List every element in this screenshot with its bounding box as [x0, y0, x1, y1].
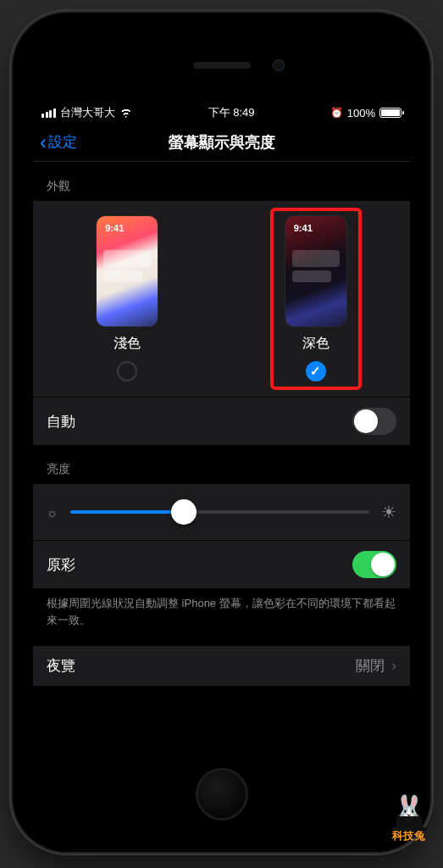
phone-bezel: 台灣大哥大 下午 8:49 ⏰ 100% ‹ 設定 螢幕顯示與 — [28, 28, 415, 837]
dark-radio[interactable]: ✓ — [306, 361, 326, 381]
dark-preview: 9:41 — [285, 216, 346, 326]
front-camera — [273, 59, 285, 71]
brightness-row: ☼ ☀ — [33, 484, 410, 540]
preview-time: 9:41 — [285, 216, 346, 233]
preview-widget — [103, 250, 151, 267]
sun-high-icon: ☀ — [381, 502, 396, 522]
appearance-selector: 9:41 淺色 9:41 — [33, 201, 410, 397]
dark-label: 深色 — [302, 335, 329, 353]
light-preview: 9:41 — [97, 216, 158, 326]
navigation-bar: ‹ 設定 螢幕顯示與亮度 — [33, 123, 410, 162]
preview-widget — [292, 250, 340, 267]
hat-icon — [396, 816, 422, 828]
watermark: 🐰 科技兔 — [392, 796, 425, 843]
phone-frame: 台灣大哥大 下午 8:49 ⏰ 100% ‹ 設定 螢幕顯示與 — [13, 13, 430, 852]
home-button-area — [28, 752, 415, 837]
battery-percentage: 100% — [347, 107, 375, 120]
page-title: 螢幕顯示與亮度 — [169, 132, 275, 153]
appearance-option-dark[interactable]: 9:41 深色 ✓ — [285, 216, 346, 381]
light-radio[interactable] — [117, 361, 137, 381]
status-bar: 台灣大哥大 下午 8:49 ⏰ 100% — [33, 103, 410, 123]
battery-icon — [379, 108, 401, 118]
true-tone-label: 原彩 — [47, 555, 75, 575]
back-button[interactable]: ‹ 設定 — [40, 132, 77, 153]
wifi-icon — [119, 108, 133, 118]
light-label: 淺色 — [114, 335, 141, 353]
screen: 台灣大哥大 下午 8:49 ⏰ 100% ‹ 設定 螢幕顯示與 — [33, 103, 410, 752]
true-tone-row[interactable]: 原彩 — [33, 540, 410, 588]
preview-widget — [292, 270, 331, 282]
settings-content: 外觀 9:41 淺色 — [33, 162, 410, 752]
automatic-row[interactable]: 自動 — [33, 397, 410, 445]
night-shift-label: 夜覽 — [47, 656, 75, 676]
sun-low-icon: ☼ — [47, 505, 58, 520]
automatic-toggle[interactable] — [352, 408, 396, 435]
alarm-icon: ⏰ — [330, 107, 343, 119]
carrier-label: 台灣大哥大 — [60, 105, 115, 120]
true-tone-toggle[interactable] — [352, 551, 396, 578]
chevron-left-icon: ‹ — [40, 132, 47, 153]
night-shift-row[interactable]: 夜覽 關閉 › — [33, 645, 410, 686]
brightness-header: 亮度 — [33, 445, 410, 484]
back-label: 設定 — [48, 132, 77, 152]
true-tone-footer: 根據周圍光線狀況自動調整 iPhone 螢幕，讓色彩在不同的環境下都看起來一致。 — [33, 588, 410, 645]
preview-time: 9:41 — [97, 216, 158, 233]
appearance-header: 外觀 — [33, 162, 410, 201]
preview-widget — [103, 270, 142, 282]
chevron-right-icon: › — [391, 657, 396, 675]
home-button[interactable] — [196, 768, 248, 821]
top-hardware — [28, 28, 415, 103]
cellular-signal-icon — [42, 108, 56, 118]
automatic-label: 自動 — [47, 412, 75, 431]
night-shift-value: 關閉 — [356, 656, 385, 676]
appearance-option-light[interactable]: 9:41 淺色 — [97, 216, 158, 381]
speaker-grille — [193, 62, 251, 69]
status-time: 下午 8:49 — [208, 105, 255, 120]
brightness-slider[interactable] — [70, 499, 369, 525]
